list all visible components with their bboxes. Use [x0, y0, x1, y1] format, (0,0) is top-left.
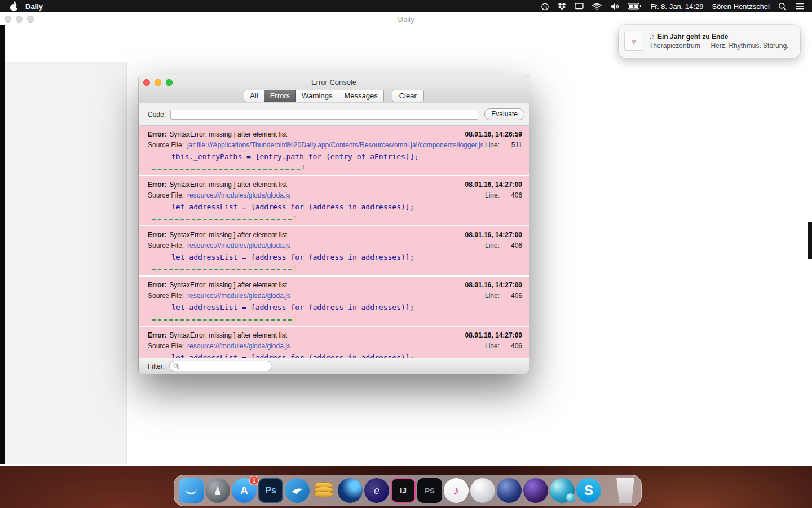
- dock: A 1 Ps e IJ PS ♪ S: [174, 475, 642, 506]
- menu-bar-app-name[interactable]: Daily: [25, 2, 43, 11]
- error-timestamp: 08.01.16, 14:27:00: [465, 181, 522, 189]
- evaluate-button[interactable]: Evaluate: [484, 108, 524, 120]
- finder-icon[interactable]: [179, 478, 204, 503]
- thunderbird-icon[interactable]: [285, 478, 310, 503]
- notification-center-icon[interactable]: [795, 3, 804, 10]
- source-file-link[interactable]: resource:///modules/gloda/gloda.js: [187, 342, 290, 350]
- source-file-link[interactable]: jar:file:///Applications/Thunderbird%20D…: [187, 141, 483, 149]
- filter-input[interactable]: [182, 362, 261, 370]
- error-label: Error:: [148, 331, 166, 339]
- database-icon[interactable]: [311, 478, 336, 503]
- source-file-link[interactable]: resource:///modules/gloda/gloda.js: [187, 292, 290, 300]
- line-label: Line:: [485, 292, 500, 300]
- error-entry[interactable]: Error: SyntaxError: missing ] after elem…: [139, 226, 529, 275]
- source-file-label: Source File:: [148, 242, 184, 249]
- clear-button[interactable]: Clear: [392, 90, 424, 102]
- tab-messages[interactable]: Messages: [338, 90, 383, 102]
- eclipse-icon[interactable]: e: [364, 478, 389, 503]
- source-file-link[interactable]: resource:///modules/gloda/gloda.js: [187, 242, 290, 249]
- notification-subtitle: Therapiezentrum — Herz. Rhythmus. Störun…: [649, 42, 788, 50]
- blue-marble-icon[interactable]: [497, 478, 522, 503]
- error-message: SyntaxError: missing ] after element lis…: [169, 130, 287, 138]
- window-titlebar[interactable]: Error Console All Errors Warnings Messag…: [139, 75, 529, 103]
- window-title: Error Console: [139, 75, 529, 89]
- notification-title: Ein Jahr geht zu Ende: [657, 33, 728, 41]
- tab-all[interactable]: All: [244, 90, 264, 102]
- menu-bar-clock[interactable]: Fr. 8. Jan. 14:29: [650, 2, 703, 11]
- error-code-snippet: let addressList = [address for (address …: [139, 300, 529, 312]
- error-message: SyntaxError: missing ] after element lis…: [169, 181, 287, 189]
- code-input[interactable]: [170, 110, 478, 120]
- white-sphere-icon[interactable]: [470, 478, 495, 503]
- error-label: Error:: [148, 130, 166, 138]
- tab-errors[interactable]: Errors: [264, 90, 296, 102]
- line-number: 511: [500, 141, 522, 149]
- caret-dash-line: [152, 166, 300, 170]
- line-label: Line:: [485, 191, 500, 199]
- error-label: Error:: [148, 231, 166, 239]
- filter-bar: Filter:: [139, 358, 529, 374]
- purple-sphere-icon[interactable]: [523, 478, 548, 503]
- console-tab-bar: All Errors Warnings Messages Clear: [139, 89, 529, 103]
- error-entry[interactable]: Error: SyntaxError: missing ] after elem…: [139, 277, 529, 326]
- photoshop-dark-icon[interactable]: PS: [417, 478, 442, 503]
- window-controls: [143, 79, 173, 86]
- background-window-scroll-mark: [808, 222, 812, 259]
- intellij-idea-icon[interactable]: IJ: [391, 478, 416, 503]
- error-console-window: Error Console All Errors Warnings Messag…: [139, 75, 529, 374]
- tab-warnings[interactable]: Warnings: [296, 90, 338, 102]
- source-file-label: Source File:: [148, 191, 184, 199]
- error-message: SyntaxError: missing ] after element lis…: [169, 331, 287, 339]
- error-code-snippet: let addressList = [address for (address …: [139, 350, 529, 358]
- filter-search-field[interactable]: [169, 361, 272, 371]
- error-code-snippet: let addressList = [address for (address …: [139, 199, 529, 211]
- error-list[interactable]: Error: SyntaxError: missing ] after elem…: [139, 126, 529, 358]
- app-store-glyph: A: [240, 484, 248, 497]
- notification-banner[interactable]: ♥ ♫ Ein Jahr geht zu Ende Therapiezentru…: [619, 25, 800, 58]
- caret-dash-line: [152, 216, 292, 220]
- source-file-link[interactable]: resource:///modules/gloda/gloda.js: [187, 191, 290, 199]
- zoom-button[interactable]: [166, 79, 173, 86]
- code-label: Code:: [148, 111, 166, 119]
- error-code-snippet: let addressList = [address for (address …: [139, 249, 529, 261]
- time-machine-icon[interactable]: [541, 2, 549, 11]
- photoshop-icon[interactable]: Ps: [258, 478, 283, 503]
- background-window-sidebar: [5, 62, 127, 464]
- close-button[interactable]: [143, 79, 150, 86]
- teal-orb-icon[interactable]: [550, 478, 575, 503]
- album-art-thumbnail: ♥: [624, 32, 643, 51]
- battery-charging-icon[interactable]: [628, 3, 642, 10]
- source-file-label: Source File:: [148, 141, 184, 149]
- skype-icon[interactable]: S: [576, 478, 601, 503]
- display-icon[interactable]: [575, 3, 584, 10]
- caret-arrow-icon: ↑: [293, 314, 297, 321]
- spotlight-icon[interactable]: [778, 2, 787, 11]
- dropbox-icon[interactable]: [558, 2, 566, 10]
- line-label: Line:: [485, 342, 500, 350]
- apple-menu-icon[interactable]: [10, 2, 17, 11]
- itunes-icon[interactable]: ♪: [444, 478, 469, 503]
- bird-glyph: [290, 483, 304, 498]
- wifi-icon[interactable]: [592, 3, 602, 10]
- error-entry[interactable]: Error: SyntaxError: missing ] after elem…: [139, 176, 529, 225]
- trash-icon[interactable]: [615, 478, 636, 503]
- menu-bar-user[interactable]: Sören Hentzschel: [712, 2, 770, 11]
- launchpad-icon[interactable]: [205, 478, 230, 503]
- caret-arrow-icon: ↑: [293, 264, 297, 270]
- line-label: Line:: [485, 242, 500, 249]
- firefox-nightly-icon[interactable]: [338, 478, 363, 503]
- app-store-icon[interactable]: A 1: [232, 478, 257, 503]
- rocket-glyph: [214, 486, 221, 495]
- volume-icon[interactable]: [610, 3, 619, 10]
- error-entry[interactable]: Error: SyntaxError: missing ] after elem…: [139, 327, 529, 358]
- minimize-button[interactable]: [155, 79, 161, 86]
- caret-dash-line: [152, 266, 292, 270]
- error-message: SyntaxError: missing ] after element lis…: [169, 281, 287, 289]
- line-number: 406: [500, 342, 522, 350]
- line-number: 406: [500, 292, 522, 300]
- error-entry[interactable]: Error: SyntaxError: missing ] after elem…: [139, 126, 529, 175]
- caret-arrow-icon: ↑: [302, 164, 306, 170]
- search-icon: [173, 363, 179, 369]
- dock-separator: [608, 478, 608, 503]
- source-file-label: Source File:: [148, 292, 184, 300]
